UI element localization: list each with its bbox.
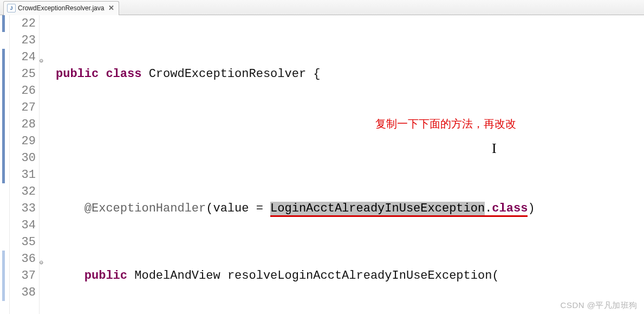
line-number: 24⊖ <box>10 49 36 66</box>
line-number: 34 <box>10 217 36 234</box>
line-number: 30 <box>10 150 36 166</box>
editor-tab-bar: J CrowdExceptionResolver.java ✕ <box>0 0 644 15</box>
file-tab-title: CrowdExceptionResolver.java <box>18 4 104 12</box>
line-number: 31 <box>10 166 36 183</box>
line-number: 36⊖ <box>10 251 36 267</box>
chinese-annotation: 复制一下下面的方法，再改改 <box>375 116 516 132</box>
code-content[interactable]: public class CrowdExceptionResolver { @E… <box>40 15 644 314</box>
line-number: 37 <box>10 267 36 284</box>
line-number: 27 <box>10 99 36 116</box>
line-number: 32 <box>10 183 36 200</box>
close-tab-icon[interactable]: ✕ <box>108 4 114 11</box>
file-tab[interactable]: J CrowdExceptionResolver.java ✕ <box>3 1 119 15</box>
line-number: 26 <box>10 82 36 99</box>
line-number: 28 <box>10 116 36 133</box>
line-number: 29 <box>10 133 36 150</box>
text-cursor-icon: I <box>492 140 497 157</box>
line-number: 38 <box>10 284 36 301</box>
code-line: public class CrowdExceptionResolver { <box>56 66 644 82</box>
line-number: 33 <box>10 200 36 217</box>
line-number: 23 <box>10 32 36 49</box>
code-line: @ExceptionHandler(value = LoginAcctAlrea… <box>56 200 644 217</box>
line-number: 35 <box>10 234 36 251</box>
code-line <box>56 133 644 150</box>
line-number: 22 <box>10 15 36 32</box>
code-editor[interactable]: 22 23 24⊖ 25 26 27 28 29 30 31 32 33 34 … <box>0 15 644 314</box>
change-marker-column <box>0 15 10 314</box>
code-line: public ModelAndView resolveLoginAcctAlre… <box>56 267 644 284</box>
watermark: CSDN @平凡加班狗 <box>561 300 638 311</box>
line-number: 25 <box>10 66 36 82</box>
line-number-gutter: 22 23 24⊖ 25 26 27 28 29 30 31 32 33 34 … <box>10 15 40 314</box>
java-file-icon: J <box>7 4 16 12</box>
